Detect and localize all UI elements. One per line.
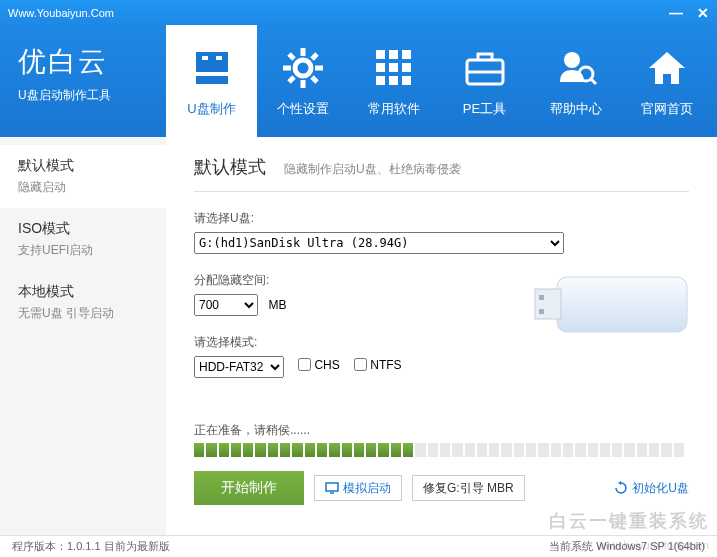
svg-point-24 [564, 52, 580, 68]
svg-rect-29 [539, 295, 544, 300]
minimize-button[interactable]: — [669, 5, 683, 21]
nav-software[interactable]: 常用软件 [348, 25, 439, 137]
logo-subtitle: U盘启动制作工具 [18, 87, 166, 104]
svg-rect-31 [326, 483, 338, 491]
ntfs-checkbox-wrap[interactable]: NTFS [354, 358, 401, 372]
mode-select[interactable]: HDD-FAT32 [194, 356, 284, 378]
svg-rect-27 [557, 277, 687, 332]
sidebar-title: 默认模式 [18, 157, 148, 175]
nav-label: PE工具 [463, 100, 506, 118]
logo-area: 优白云 U盘启动制作工具 [0, 25, 166, 137]
sidebar-item-iso[interactable]: ISO模式 支持UEFI启动 [0, 208, 166, 271]
usb-illustration [527, 247, 697, 367]
svg-rect-28 [535, 289, 561, 319]
chs-checkbox-wrap[interactable]: CHS [298, 358, 339, 372]
usb-select-label: 请选择U盘: [194, 210, 689, 227]
svg-rect-1 [196, 76, 228, 84]
os-text: 当前系统 Windows7 SP 1(64bit) [549, 539, 705, 554]
grid-icon [370, 44, 418, 92]
page-title: 默认模式 [194, 155, 266, 179]
version-text: 程序版本：1.0.1.1 目前为最新版 [12, 539, 170, 554]
sidebar-title: ISO模式 [18, 220, 148, 238]
svg-line-9 [289, 54, 294, 59]
ntfs-checkbox[interactable] [354, 358, 367, 371]
nav-usb-make[interactable]: U盘制作 [166, 25, 257, 137]
start-button[interactable]: 开始制作 [194, 471, 304, 505]
nav-label: 官网首页 [641, 100, 693, 118]
svg-rect-19 [376, 76, 385, 85]
svg-rect-3 [216, 56, 222, 60]
sidebar-item-default[interactable]: 默认模式 隐藏启动 [0, 145, 166, 208]
svg-rect-20 [389, 76, 398, 85]
nav-pe-tools[interactable]: PE工具 [439, 25, 530, 137]
svg-rect-18 [402, 63, 411, 72]
svg-rect-13 [376, 50, 385, 59]
simulate-button[interactable]: 模拟启动 [314, 475, 402, 501]
nav-label: 个性设置 [277, 100, 329, 118]
close-button[interactable]: ✕ [697, 5, 709, 21]
svg-point-4 [295, 60, 311, 76]
footer: 程序版本：1.0.1.1 目前为最新版 当前系统 Windows7 SP 1(6… [0, 535, 717, 557]
svg-rect-15 [402, 50, 411, 59]
sidebar: 默认模式 隐藏启动 ISO模式 支持UEFI启动 本地模式 无需U盘 引导启动 [0, 137, 166, 535]
nav: U盘制作 个性设置 常用软件 PE工具 帮助中心 [166, 25, 717, 137]
space-select[interactable]: 700 [194, 294, 258, 316]
nav-label: U盘制作 [187, 100, 235, 118]
nav-personalize[interactable]: 个性设置 [257, 25, 348, 137]
nav-label: 帮助中心 [550, 100, 602, 118]
chs-label: CHS [314, 358, 339, 372]
sidebar-item-local[interactable]: 本地模式 无需U盘 引导启动 [0, 271, 166, 334]
nav-label: 常用软件 [368, 100, 420, 118]
repair-button[interactable]: 修复G:引导 MBR [412, 475, 525, 501]
usb-disk-icon [188, 44, 236, 92]
progress-label: 正在准备，请稍侯...... [194, 422, 689, 439]
svg-rect-30 [539, 309, 544, 314]
sidebar-sub: 支持UEFI启动 [18, 242, 148, 259]
briefcase-icon [461, 44, 509, 92]
progress-bar [194, 443, 684, 457]
monitor-icon [325, 482, 339, 494]
svg-rect-2 [202, 56, 208, 60]
main-panel: 默认模式 隐藏制作启动U盘、杜绝病毒侵袭 请选择U盘: G:(hd1)SanDi… [166, 137, 717, 535]
nav-homepage[interactable]: 官网首页 [621, 25, 712, 137]
svg-rect-0 [196, 52, 228, 72]
svg-line-26 [591, 79, 596, 84]
home-icon [643, 44, 691, 92]
chs-checkbox[interactable] [298, 358, 311, 371]
init-usb-link[interactable]: 初始化U盘 [614, 480, 689, 497]
titlebar-url: Www.Youbaiyun.Com [8, 7, 114, 19]
space-unit: MB [268, 298, 286, 312]
svg-line-11 [289, 77, 294, 82]
sidebar-title: 本地模式 [18, 283, 148, 301]
svg-line-10 [312, 77, 317, 82]
ntfs-label: NTFS [370, 358, 401, 372]
page-subtitle: 隐藏制作启动U盘、杜绝病毒侵袭 [284, 161, 461, 178]
svg-rect-16 [376, 63, 385, 72]
titlebar: Www.Youbaiyun.Com — ✕ [0, 0, 717, 25]
svg-rect-14 [389, 50, 398, 59]
header: 优白云 U盘启动制作工具 U盘制作 个性设置 常用软件 PE工具 [0, 25, 717, 137]
svg-rect-17 [389, 63, 398, 72]
logo-title: 优白云 [18, 43, 166, 81]
sidebar-sub: 隐藏启动 [18, 179, 148, 196]
support-icon [552, 44, 600, 92]
refresh-icon [614, 481, 628, 495]
svg-line-12 [312, 54, 317, 59]
svg-rect-21 [402, 76, 411, 85]
sidebar-sub: 无需U盘 引导启动 [18, 305, 148, 322]
nav-help[interactable]: 帮助中心 [530, 25, 621, 137]
usb-select[interactable]: G:(hd1)SanDisk Ultra (28.94G) [194, 232, 564, 254]
gear-icon [279, 44, 327, 92]
